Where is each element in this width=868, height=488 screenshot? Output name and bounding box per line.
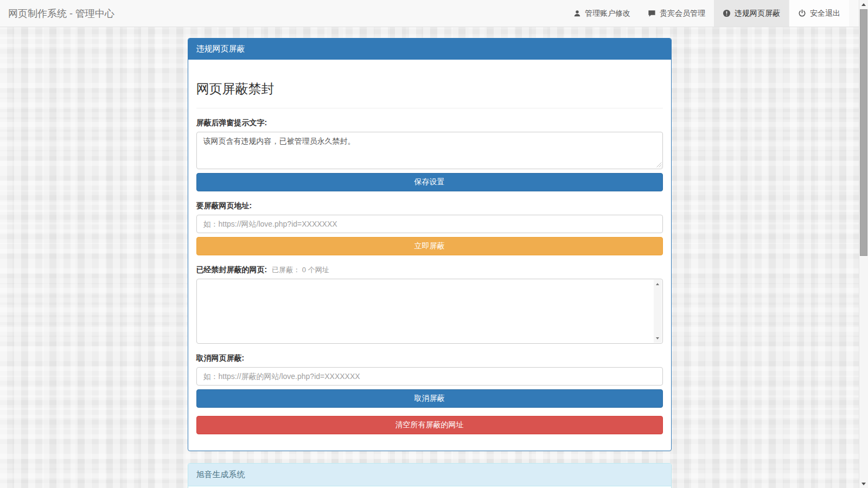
nav-item-account[interactable]: 管理账户修改 <box>565 0 639 27</box>
user-icon <box>573 9 581 17</box>
block-url-input[interactable] <box>196 215 663 233</box>
nav-item-block-pages[interactable]: 违规网页屏蔽 <box>714 0 789 27</box>
blocked-list-label: 已经禁封屏蔽的网页: <box>196 265 267 275</box>
blocked-list-label-row: 已经禁封屏蔽的网页: 已屏蔽： 0 个网址 <box>196 265 663 275</box>
nav-item-vip[interactable]: 贵宾会员管理 <box>639 0 714 27</box>
block-panel-body: 网页屏蔽禁封 屏蔽后弹窗提示文字: 该网页含有违规内容，已被管理员永久禁封。 保… <box>188 60 671 451</box>
scrollbar-thumb[interactable] <box>860 9 867 256</box>
power-icon <box>798 9 806 17</box>
scroll-down-icon[interactable] <box>654 335 662 342</box>
page-title: 网页屏蔽禁封 <box>196 80 663 98</box>
title-divider <box>196 108 663 108</box>
blocked-list-scrollbar[interactable] <box>654 280 662 343</box>
generator-panel-body <box>188 486 671 488</box>
save-settings-button[interactable]: 保存设置 <box>196 173 663 191</box>
page: 网页制作系统 - 管理中心 管理账户修改 贵宾会员管理 <box>0 0 868 488</box>
popup-text-wrap: 该网页含有违规内容，已被管理员永久禁封。 <box>196 132 663 169</box>
top-navbar: 网页制作系统 - 管理中心 管理账户修改 贵宾会员管理 <box>0 0 859 27</box>
clear-all-button[interactable]: 清空所有屏蔽的网址 <box>196 416 663 434</box>
nav-item-label: 管理账户修改 <box>585 9 630 18</box>
page-scrollbar[interactable] <box>859 0 868 488</box>
unblock-url-input[interactable] <box>196 367 663 386</box>
exclamation-circle-icon <box>723 9 731 17</box>
generator-panel: 旭音生成系统 <box>188 463 672 488</box>
unblock-button[interactable]: 取消屏蔽 <box>196 389 663 408</box>
navbar-menu: 管理账户修改 贵宾会员管理 违规网页屏蔽 <box>565 0 849 27</box>
scroll-up-icon[interactable] <box>654 280 662 288</box>
scrollbar-up-icon[interactable] <box>859 0 868 9</box>
nav-item-label: 贵宾会员管理 <box>660 9 705 18</box>
brand-title: 网页制作系统 - 管理中心 <box>0 0 123 27</box>
scrollbar-down-icon[interactable] <box>859 479 868 488</box>
block-url-label: 要屏蔽网页地址: <box>196 201 663 211</box>
nav-item-label: 违规网页屏蔽 <box>735 9 780 18</box>
block-panel: 违规网页屏蔽 网页屏蔽禁封 屏蔽后弹窗提示文字: 该网页含有违规内容，已被管理员… <box>188 38 672 451</box>
block-now-button[interactable]: 立即屏蔽 <box>196 237 663 255</box>
blocked-count: 已屏蔽： 0 个网址 <box>272 265 329 275</box>
unblock-url-label: 取消网页屏蔽: <box>196 354 663 363</box>
content-container: 违规网页屏蔽 网页屏蔽禁封 屏蔽后弹窗提示文字: 该网页含有违规内容，已被管理员… <box>188 38 672 488</box>
block-panel-header: 违规网页屏蔽 <box>188 38 671 60</box>
popup-text-label: 屏蔽后弹窗提示文字: <box>196 118 663 128</box>
nav-item-label: 安全退出 <box>810 9 840 18</box>
comment-icon <box>648 9 656 17</box>
main-viewport: 网页制作系统 - 管理中心 管理账户修改 贵宾会员管理 <box>0 0 859 488</box>
blocked-list[interactable] <box>196 279 663 344</box>
generator-panel-header: 旭音生成系统 <box>188 464 671 486</box>
nav-item-logout[interactable]: 安全退出 <box>789 0 849 27</box>
popup-text-input[interactable]: 该网页含有违规内容，已被管理员永久禁封。 <box>196 132 663 169</box>
